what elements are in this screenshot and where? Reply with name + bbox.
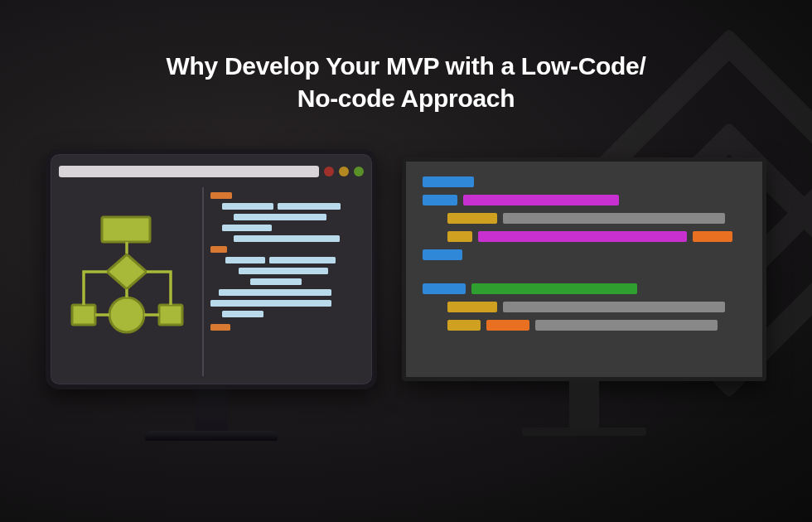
monitor-stand — [195, 389, 228, 431]
right-monitor-screen — [402, 157, 766, 381]
headline-line-1: Why Develop Your MVP with a Low-Code/ — [167, 52, 646, 80]
svg-point-1 — [109, 297, 144, 332]
panel-divider — [202, 187, 204, 376]
headline-line-2: No-code Approach — [297, 85, 515, 112]
svg-rect-2 — [72, 305, 95, 325]
monitor-stand — [569, 381, 599, 428]
left-monitor — [46, 149, 377, 441]
left-monitor-screen — [46, 149, 377, 389]
flowchart-panel — [59, 187, 196, 376]
traffic-light-yellow-icon — [339, 167, 349, 176]
monitor-base — [145, 431, 278, 441]
traffic-light-red-icon — [324, 167, 334, 176]
right-monitor — [402, 149, 766, 436]
svg-rect-3 — [159, 305, 182, 325]
code-panel-left-monitor — [210, 187, 365, 376]
traffic-light-green-icon — [354, 167, 364, 176]
editor-split-view — [59, 187, 364, 376]
svg-rect-0 — [102, 217, 150, 242]
monitors-illustration — [0, 149, 812, 441]
flowchart-icon — [67, 207, 187, 356]
address-bar — [59, 166, 319, 177]
browser-titlebar — [59, 162, 364, 181]
monitor-base — [522, 428, 646, 436]
headline: Why Develop Your MVP with a Low-Code/ No… — [0, 50, 812, 114]
